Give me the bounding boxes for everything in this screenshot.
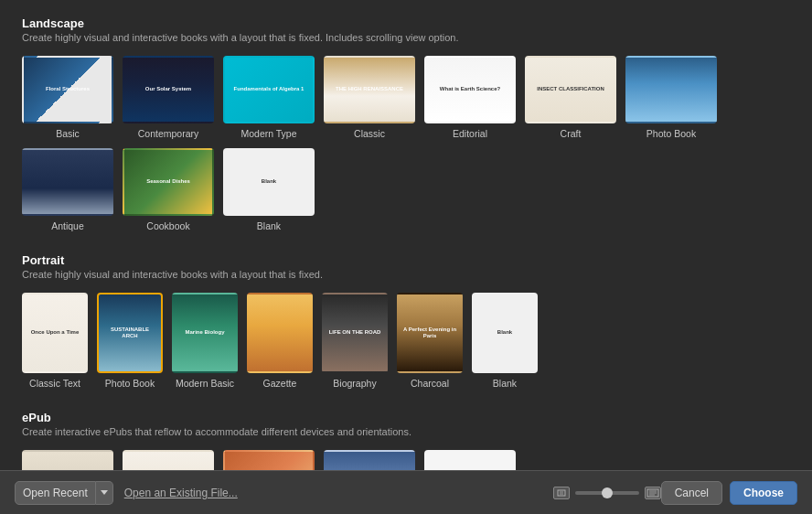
template-label-blank-port: Blank	[493, 378, 517, 389]
template-item-contemporary[interactable]: Our Solar SystemContemporary	[123, 56, 214, 139]
template-item-photo-book-port[interactable]: SUSTAINABLE ARCHPhoto Book	[97, 293, 163, 389]
template-item-antique[interactable]: Antique	[22, 148, 113, 231]
template-item-modern-type[interactable]: Fundamentals of Algebra 1Modern Type	[223, 56, 315, 139]
template-label-basic: Basic	[56, 128, 80, 139]
section-desc-epub: Create interactive ePubs that reflow to …	[22, 426, 790, 437]
open-recent-button[interactable]: Open Recent	[15, 481, 96, 505]
toolbar-right: Cancel Choose	[661, 481, 797, 505]
template-label-cookbook: Cookbook	[146, 220, 189, 231]
zoom-thumb[interactable]	[602, 487, 613, 498]
template-thumb-craft: INSECT CLASSIFICATION	[525, 56, 616, 123]
section-landscape: LandscapeCreate highly visual and intera…	[22, 16, 790, 231]
template-thumb-antique	[22, 148, 113, 216]
section-desc-portrait: Create highly visual and interactive boo…	[22, 269, 790, 280]
bottom-toolbar: Open Recent Open an Existing File...	[0, 470, 812, 514]
open-recent-dropdown-arrow[interactable]	[96, 481, 113, 505]
template-thumb-photo-book-port: SUSTAINABLE ARCH	[97, 293, 163, 373]
template-item-epub4[interactable]: HISTORY OF URBAN PLANNING	[324, 450, 415, 470]
svg-rect-0	[558, 490, 565, 496]
template-chooser-scroll[interactable]: LandscapeCreate highly visual and intera…	[0, 0, 812, 470]
template-label-modern-basic: Modern Basic	[176, 378, 234, 389]
template-thumb-epub4: HISTORY OF URBAN PLANNING	[324, 450, 415, 470]
template-item-epub1[interactable]	[22, 450, 113, 470]
template-thumb-epub1	[22, 450, 113, 470]
template-thumb-editorial: What is Earth Science?	[424, 56, 516, 123]
template-label-contemporary: Contemporary	[138, 128, 199, 139]
section-desc-landscape: Create highly visual and interactive boo…	[22, 32, 790, 43]
template-item-epub5[interactable]: BLANK	[424, 450, 516, 470]
template-item-blank-land[interactable]: BlankBlank	[223, 148, 315, 231]
zoom-slider[interactable]	[575, 491, 639, 495]
template-label-blank-land: Blank	[257, 220, 281, 231]
template-label-craft: Craft	[561, 128, 582, 139]
template-item-classic-text[interactable]: Once Upon a TimeClassic Text	[22, 293, 88, 389]
template-label-photo-book-land: Photo Book	[646, 128, 696, 139]
template-thumb-epub2: The Narrow Road	[123, 450, 214, 470]
template-label-classic: Classic	[354, 128, 385, 139]
template-thumb-modern-type: Fundamentals of Algebra 1	[223, 56, 315, 123]
template-label-antique: Antique	[51, 220, 84, 231]
template-label-charcoal: Charcoal	[411, 378, 449, 389]
template-thumb-classic: THE HIGH RENAISSANCE	[324, 56, 415, 123]
template-thumb-blank-port: Blank	[472, 293, 538, 373]
template-thumb-basic: Floral Structures	[22, 56, 113, 123]
template-item-biography[interactable]: LIFE ON THE ROADBiography	[322, 293, 388, 389]
template-grid-epub: The Narrow RoadHISTORY OF URBAN PLANNING…	[22, 450, 790, 470]
zoom-controls	[553, 487, 661, 499]
template-thumb-gazette	[247, 293, 313, 373]
template-thumb-blank-land: Blank	[223, 148, 315, 216]
section-portrait: PortraitCreate highly visual and interac…	[22, 253, 790, 389]
template-item-classic[interactable]: THE HIGH RENAISSANCEClassic	[324, 56, 415, 139]
template-thumb-photo-book-land	[625, 56, 717, 123]
template-label-editorial: Editorial	[453, 128, 487, 139]
template-thumb-epub3	[223, 450, 315, 470]
dropdown-arrow-icon	[101, 490, 108, 495]
template-thumb-biography: LIFE ON THE ROAD	[322, 293, 388, 373]
template-thumb-epub5: BLANK	[424, 450, 516, 470]
template-item-modern-basic[interactable]: Marine BiologyModern Basic	[172, 293, 238, 389]
open-existing-file-button[interactable]: Open an Existing File...	[124, 487, 238, 499]
section-epub: ePubCreate interactive ePubs that reflow…	[22, 411, 790, 470]
template-thumb-charcoal: A Perfect Evening in Paris	[397, 293, 463, 373]
section-title-landscape: Landscape	[22, 16, 790, 30]
template-item-craft[interactable]: INSECT CLASSIFICATIONCraft	[525, 56, 616, 139]
template-label-modern-type: Modern Type	[240, 128, 296, 139]
template-item-cookbook[interactable]: Seasonal DishesCookbook	[123, 148, 214, 231]
section-title-portrait: Portrait	[22, 253, 790, 267]
zoom-large-icon	[645, 487, 661, 499]
template-item-epub3[interactable]	[223, 450, 315, 470]
template-label-photo-book-port: Photo Book	[105, 378, 155, 389]
cancel-button[interactable]: Cancel	[661, 481, 722, 505]
template-item-editorial[interactable]: What is Earth Science?Editorial	[424, 56, 516, 139]
template-label-biography: Biography	[333, 378, 376, 389]
template-item-charcoal[interactable]: A Perfect Evening in ParisCharcoal	[397, 293, 463, 389]
template-thumb-classic-text: Once Upon a Time	[22, 293, 88, 373]
template-grid-portrait: Once Upon a TimeClassic TextSUSTAINABLE …	[22, 293, 790, 389]
template-thumb-contemporary: Our Solar System	[123, 56, 214, 123]
template-item-epub2[interactable]: The Narrow Road	[123, 450, 214, 470]
template-label-classic-text: Classic Text	[29, 378, 80, 389]
template-item-gazette[interactable]: Gazette	[247, 293, 313, 389]
choose-button[interactable]: Choose	[730, 481, 797, 505]
zoom-small-icon	[553, 487, 570, 499]
template-item-blank-port[interactable]: BlankBlank	[472, 293, 538, 389]
template-thumb-modern-basic: Marine Biology	[172, 293, 238, 373]
template-thumb-cookbook: Seasonal Dishes	[123, 148, 214, 216]
template-grid-landscape: Floral StructuresBasicOur Solar SystemCo…	[22, 56, 790, 231]
template-item-photo-book-land[interactable]: Photo Book	[625, 56, 717, 139]
zoom-slider-container[interactable]	[575, 491, 639, 495]
template-item-basic[interactable]: Floral StructuresBasic	[22, 56, 113, 139]
toolbar-left: Open Recent Open an Existing File...	[15, 481, 553, 505]
template-label-gazette: Gazette	[263, 378, 297, 389]
section-title-epub: ePub	[22, 411, 790, 424]
